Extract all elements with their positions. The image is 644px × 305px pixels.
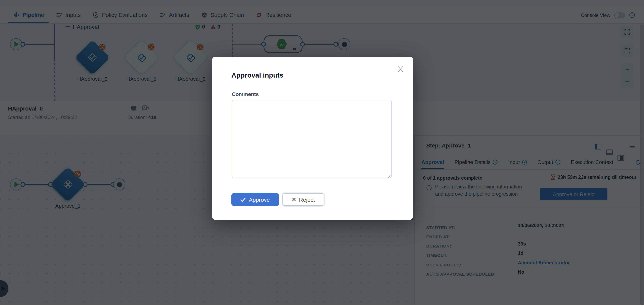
comments-label: Comments: [232, 91, 259, 97]
approve-button[interactable]: Approve: [232, 193, 279, 206]
reject-button[interactable]: ✕ Reject: [282, 193, 324, 206]
approval-inputs-modal: Approval inputs Comments Approve ✕ Rejec…: [212, 57, 413, 220]
close-icon[interactable]: [397, 66, 404, 73]
pipeline-execution-screen: Pipeline Inputs Policy Evaluations Artif…: [0, 0, 644, 305]
reject-label: Reject: [299, 196, 315, 203]
modal-title: Approval inputs: [232, 72, 284, 80]
check-icon: [240, 197, 246, 202]
x-icon: ✕: [292, 196, 296, 202]
approve-label: Approve: [249, 196, 270, 203]
comments-textarea[interactable]: [232, 100, 392, 178]
